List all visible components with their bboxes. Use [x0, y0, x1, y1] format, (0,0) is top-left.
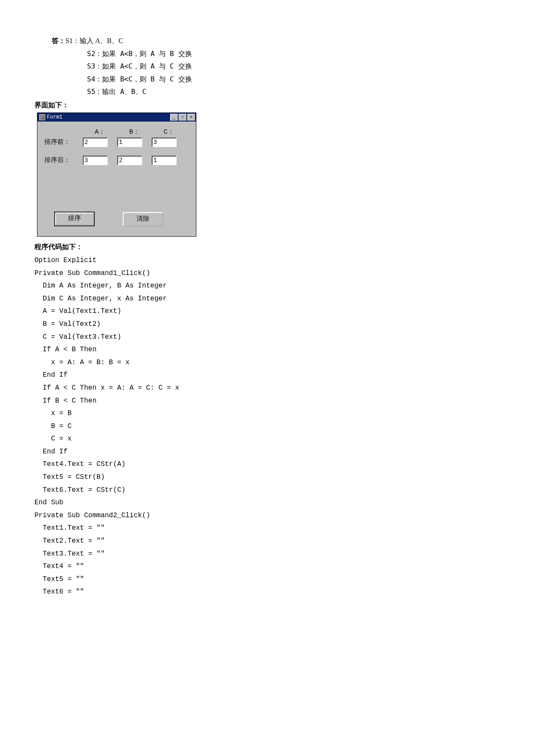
label-after: 排序后： [42, 156, 83, 164]
step-s4: S4：如果 B<C，则 B 与 C 交换 [87, 73, 500, 86]
step-s5: S5：输出 A、B、C [87, 85, 500, 98]
form-icon [39, 114, 45, 120]
row-before: 排序前： 2 1 3 [42, 137, 192, 147]
code-heading: 程序代码如下： [34, 243, 500, 252]
step-s1: S1：输入 A、B、C [65, 37, 123, 44]
text1-input[interactable]: 2 [83, 137, 108, 147]
form-body: A： B： C： 排序前： 2 1 3 排序后： 3 2 1 排序 清除 [37, 122, 196, 236]
answer-line-s1: 答：S1：输入 A、B、C [52, 34, 500, 47]
minimize-button[interactable]: _ [170, 114, 178, 121]
close-button[interactable]: × [187, 114, 195, 121]
text6-input[interactable]: 1 [152, 156, 177, 165]
vb-form-window: Form1 _ □ × A： B： C： 排序前： 2 1 3 排序后： [37, 112, 196, 237]
row-after: 排序后： 3 2 1 [42, 156, 192, 165]
label-before: 排序前： [42, 138, 83, 146]
maximize-button[interactable]: □ [179, 114, 186, 121]
sort-button[interactable]: 排序 [55, 212, 94, 226]
header-c: C： [152, 128, 186, 136]
answer-block: 答：S1：输入 A、B、C S2：如果 A<B，则 A 与 B 交换 S3：如果… [52, 34, 500, 98]
column-headers: A： B： C： [42, 128, 192, 136]
text5-input[interactable]: 2 [117, 156, 142, 165]
text3-input[interactable]: 3 [152, 137, 177, 147]
clear-button[interactable]: 清除 [123, 212, 163, 227]
step-s2: S2：如果 A<B，则 A 与 B 交换 [87, 47, 500, 60]
ui-heading: 界面如下： [34, 101, 500, 110]
code-listing: Option Explicit Private Sub Command1_Cli… [34, 254, 500, 599]
window-buttons: _ □ × [170, 114, 195, 121]
answer-label: 答： [52, 37, 65, 44]
window-title: Form1 [47, 114, 170, 120]
text2-input[interactable]: 1 [117, 137, 142, 147]
header-b: B： [117, 128, 152, 136]
text4-input[interactable]: 3 [83, 156, 108, 165]
titlebar: Form1 _ □ × [37, 113, 196, 122]
button-row: 排序 清除 [55, 212, 163, 227]
header-a: A： [83, 128, 117, 136]
step-s3: S3：如果 A<C，则 A 与 C 交换 [87, 60, 500, 73]
